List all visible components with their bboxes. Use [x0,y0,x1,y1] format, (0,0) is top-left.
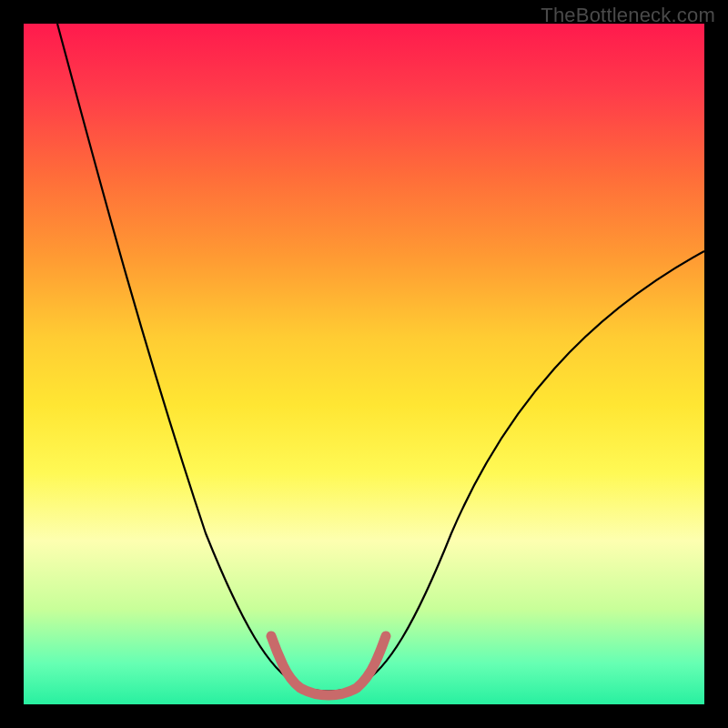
watermark-text: TheBottleneck.com [541,4,715,27]
chart-svg [24,24,704,704]
chart-area [24,24,704,704]
valley-marker-line [271,636,386,695]
bottleneck-curve-line [57,24,704,692]
